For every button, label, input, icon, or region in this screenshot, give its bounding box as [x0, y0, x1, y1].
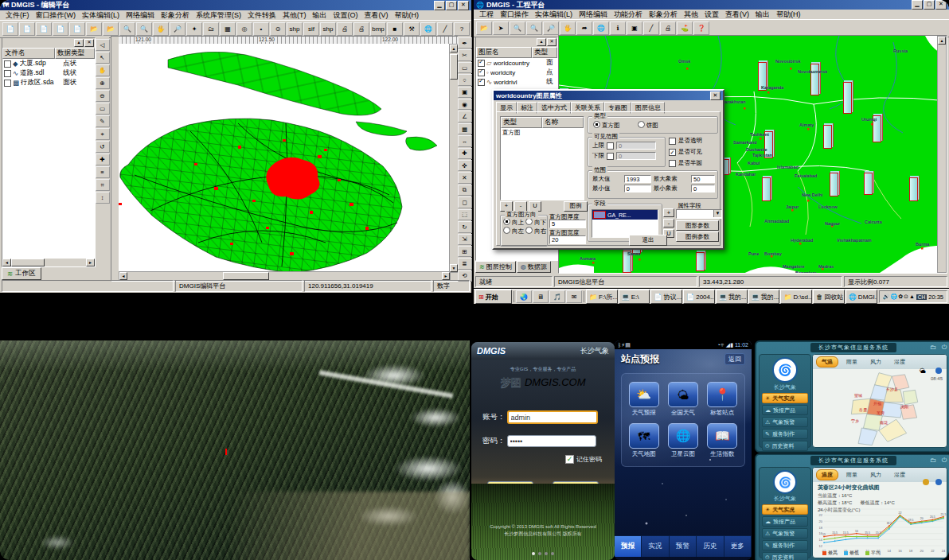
pan-icon[interactable]: 🖐 — [560, 21, 576, 35]
nav-tab-warning[interactable]: 预警 — [670, 536, 697, 557]
print2-icon[interactable]: 🖨 — [353, 22, 369, 36]
maxpx-field[interactable]: 50 — [691, 175, 715, 183]
menu-item[interactable]: 影象分析 — [158, 10, 193, 21]
layer-row[interactable]: ✓ ◦ worldcity 点 — [476, 68, 557, 77]
fly-icon[interactable]: ➦ — [576, 21, 592, 35]
option-checkbox[interactable]: 是否半圆 — [669, 159, 718, 167]
draw-fill-icon[interactable]: ▣ — [458, 87, 472, 98]
panel-close-icon[interactable]: ✕ — [84, 39, 94, 47]
maximize-button[interactable]: ▢ — [924, 0, 935, 10]
layer-checkbox[interactable]: ✓ — [478, 60, 485, 67]
taskbar-button[interactable]: 💻 E:\ — [619, 290, 650, 304]
menu-item[interactable]: 输出 — [752, 10, 773, 20]
grid-col-name[interactable]: 名称 — [542, 117, 584, 128]
language-indicator[interactable]: CH — [916, 294, 927, 300]
maximize-button[interactable]: ▢ — [446, 1, 457, 10]
shp-import-icon[interactable]: shp — [320, 22, 336, 36]
help-icon[interactable]: ? — [454, 22, 470, 36]
square-icon[interactable]: ◻ — [458, 196, 472, 208]
tab-wind[interactable]: 风力 — [865, 470, 886, 480]
grid-icon[interactable]: ▦ — [220, 22, 236, 36]
sidebar-item-history[interactable]: ⏱历史资料 — [762, 441, 808, 451]
flag-icon[interactable]: ⛳ — [677, 21, 693, 35]
menu-item[interactable]: 其他(T) — [279, 10, 310, 21]
move-icon[interactable]: ↕ — [96, 192, 110, 204]
window-icon[interactable]: ⊞ — [458, 246, 472, 257]
menu-item[interactable]: 窗口操作 — [497, 10, 532, 20]
menu-item[interactable]: 实体编辑(L) — [79, 10, 123, 21]
menu-item[interactable]: 功能分析 — [611, 10, 646, 20]
grid-row[interactable]: 直方图 — [501, 128, 584, 138]
min-field[interactable]: 0 — [624, 185, 651, 192]
sidebar-item-warning[interactable]: ⚠气象预警 — [762, 417, 808, 427]
dialog-close-icon[interactable]: ✕ — [710, 91, 721, 100]
start-button[interactable]: ⊞开始 — [475, 290, 512, 304]
legend-item[interactable]: 最高 — [822, 550, 838, 557]
draw-point-icon[interactable]: ✒ — [458, 37, 472, 49]
overlay-icon[interactable]: ⚒ — [404, 22, 420, 36]
print-icon[interactable]: 🖨 — [337, 22, 353, 36]
hash-icon[interactable]: ⌗ — [96, 179, 110, 191]
insert-icon[interactable]: ✚ — [458, 148, 472, 159]
page-dots[interactable] — [471, 552, 615, 555]
lower-limit-row[interactable]: 下限 0 — [592, 152, 662, 160]
menu-item[interactable]: 帮助(H) — [773, 10, 804, 20]
tab-temperature[interactable]: 温度 — [816, 469, 838, 480]
sidebar-item-forecast[interactable]: ☁预报产品 — [762, 405, 808, 415]
hand-icon[interactable]: ✋ — [96, 64, 110, 76]
map-canvas[interactable] — [119, 44, 451, 273]
stack-icon[interactable]: ≣ — [458, 258, 472, 269]
measure-icon[interactable]: ╱ — [643, 21, 659, 35]
radio-left[interactable]: 向左 — [503, 227, 524, 235]
layer-checkbox[interactable] — [4, 70, 11, 77]
account-input[interactable] — [507, 410, 598, 424]
menu-item[interactable]: 查看(V) — [722, 10, 752, 20]
taskbar-button[interactable]: 🗑 回收站 — [813, 290, 845, 304]
new-file-icon[interactable]: 📄 — [2, 22, 18, 36]
thickness-field[interactable]: 5 — [549, 220, 586, 228]
zoom-out-icon[interactable]: 🔍 — [526, 21, 542, 35]
zoom-in-icon[interactable]: 🔍 — [119, 22, 135, 36]
app-shortcut[interactable]: 📖 生活指数 — [704, 423, 741, 458]
resize-icon[interactable]: ⇲ — [458, 234, 472, 245]
nav-tab-forecast[interactable]: 预报 — [615, 536, 642, 557]
file-row[interactable]: ▩ 行政区.sda 面状 — [2, 78, 95, 88]
layer-checkbox[interactable]: ✓ — [478, 79, 485, 86]
radio-pie[interactable]: 饼图 — [638, 121, 658, 130]
add-icon[interactable]: ✚ — [96, 154, 110, 165]
column-header[interactable]: 数据类型 — [55, 48, 95, 59]
menu-item[interactable]: 实体编辑(L) — [532, 10, 576, 20]
menu-item[interactable]: 工程 — [476, 10, 497, 20]
taskbar-button[interactable]: 💻 我的... — [716, 290, 748, 304]
panel-pin-icon[interactable]: ▴ — [537, 38, 546, 46]
globe-icon[interactable]: 🌐 — [593, 21, 609, 35]
cut-icon[interactable]: ✂ — [458, 49, 472, 60]
open-folder-icon[interactable]: 📂 — [476, 21, 492, 35]
locate-icon[interactable]: ◎ — [236, 22, 252, 36]
cursor-icon[interactable]: ➤ — [493, 21, 509, 35]
angle-icon[interactable]: ∠ — [458, 111, 472, 122]
folder-icon[interactable]: 🗀 — [930, 457, 936, 464]
info-icon[interactable]: ℹ — [610, 21, 626, 35]
power-icon[interactable]: ⏻ — [942, 344, 947, 352]
desktop-icon[interactable]: 🖥 — [533, 290, 549, 303]
print-icon[interactable]: 🖨 — [660, 21, 676, 35]
zoom-out-icon[interactable]: 🔍 — [136, 22, 152, 36]
menu-item[interactable]: 帮助(H) — [392, 10, 423, 21]
menu-item[interactable]: 输出 — [310, 10, 330, 21]
radio-down[interactable]: 向下 — [525, 218, 546, 227]
zoom-all-icon[interactable]: 🔎 — [543, 21, 559, 35]
ie-icon[interactable]: 🌏 — [516, 290, 532, 303]
panel-close-icon[interactable]: ✕ — [547, 38, 557, 46]
sidebar-item-forecast[interactable]: ☁预报产品 — [762, 516, 808, 527]
power-icon[interactable]: ⏻ — [942, 457, 947, 465]
menu-item[interactable]: 网络编辑 — [576, 10, 611, 20]
back-button[interactable]: 返回 — [724, 353, 745, 365]
delete-icon[interactable]: ✕ — [458, 172, 472, 183]
zoom-in-icon[interactable]: 🔍 — [510, 21, 525, 35]
menu-item[interactable]: 系统库管理(S) — [193, 10, 244, 21]
shp-export-icon[interactable]: shp — [287, 22, 303, 36]
sidebar-item-live[interactable]: ☀天气实况 — [762, 504, 808, 515]
layers-icon[interactable]: 🗂 — [203, 22, 219, 36]
app-shortcut[interactable]: ⛅ 天气预报 — [625, 382, 662, 417]
